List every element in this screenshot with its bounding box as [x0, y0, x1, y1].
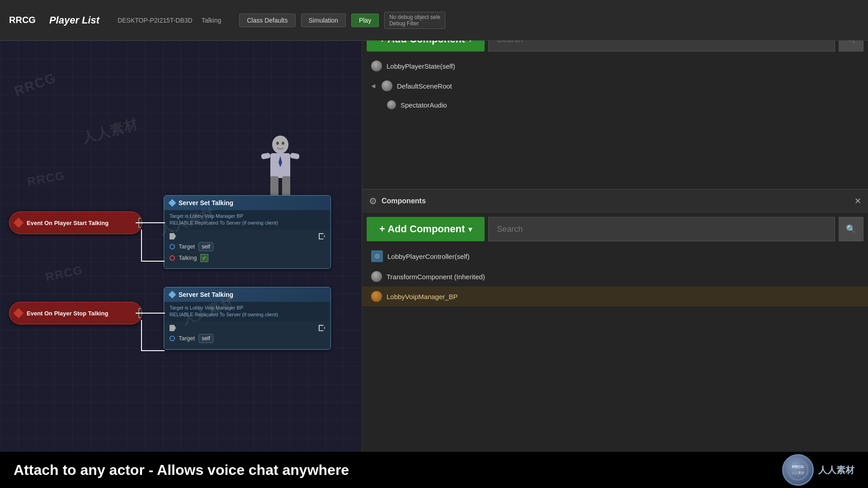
- debug-state: Talking: [202, 17, 222, 24]
- event-stop-label: Event On Player Stop Talking: [27, 310, 108, 317]
- component-tree-top: LobbyPlayerState(self) ◀ DefaultSceneRoo…: [362, 56, 868, 114]
- collapse-arrow-icon: ◀: [371, 83, 375, 89]
- comp-item-spectator-audio[interactable]: SpectatorAudio: [362, 96, 868, 114]
- comp-item-transform[interactable]: TransformComponent (Inherited): [362, 267, 868, 286]
- page-title: Player List: [49, 14, 99, 26]
- class-defaults-btn[interactable]: Class Defaults: [239, 14, 295, 27]
- exec-out-pin-2: [319, 325, 325, 331]
- target-pin-circle-2: [170, 336, 175, 341]
- wire-stop-vert: [141, 320, 142, 351]
- rrcg-text-label: 人人素材: [818, 464, 854, 476]
- bottom-bar: Attach to any actor - Allows voice chat …: [0, 452, 868, 488]
- wire-stop-2: [141, 350, 165, 351]
- toolbar-buttons: Class Defaults Simulation Play No debug …: [239, 12, 445, 29]
- chevron-down-icon-bottom: ▾: [468, 225, 472, 234]
- exec-pins-row-2: [170, 325, 325, 331]
- lobby-voip-icon: [371, 291, 382, 302]
- server-node-header-2: Server Set Talking: [164, 287, 330, 302]
- svg-text:RRCG: RRCG: [792, 465, 804, 469]
- debug-host: DESKTOP-P2I215T-DB3D: [118, 17, 192, 24]
- exec-in-pin: [170, 233, 176, 239]
- server-node-title-2: Server Set Talking: [179, 291, 233, 298]
- server-node-title: Server Set Talking: [179, 199, 233, 206]
- server-set-talking-stop-node[interactable]: Server Set Talking Target is Lobby Voip …: [164, 287, 331, 350]
- lobby-player-state-icon: [371, 61, 382, 71]
- caption-text: Attach to any actor - Allows voice chat …: [14, 462, 349, 479]
- play-btn[interactable]: Play: [351, 14, 379, 27]
- comp-item-lobby-player-controller[interactable]: ⚙ LobbyPlayerController(self): [362, 246, 868, 267]
- server-sub2-2: RELIABLE Replicated To Server (if owning…: [170, 311, 325, 318]
- right-panel-bottom: ⚙ Components ✕ + Add Component ▾ 🔍 ⚙ Lob…: [362, 189, 868, 452]
- wire-stop-1: [136, 313, 165, 314]
- server-node-pins: Target self Talking ✓: [164, 230, 330, 268]
- server-node-header: Server Set Talking: [164, 196, 330, 210]
- server-set-talking-start-node[interactable]: Server Set Talking Target is Lobby Voip …: [164, 195, 331, 269]
- event-diamond-icon: [14, 218, 24, 228]
- transform-icon: [371, 271, 382, 282]
- server-node-body-2: Target is Lobby Voip Manager BP RELIABLE…: [164, 302, 330, 321]
- exec-in-pin-2: [170, 325, 176, 331]
- default-scene-root-icon: [382, 80, 392, 91]
- components-header-bottom: ⚙ Components ✕: [362, 190, 868, 212]
- comp-item-lobby-player-state[interactable]: LobbyPlayerState(self): [362, 56, 868, 76]
- rrcg-badge-area: RRCG 人人素材 人人素材: [782, 454, 854, 486]
- server-sub1-2: Target is Lobby Voip Manager BP: [170, 305, 325, 311]
- rrcg-logo-badge: RRCG 人人素材: [782, 454, 814, 486]
- components-title-bottom: Components: [382, 197, 426, 205]
- close-components-btn[interactable]: ✕: [854, 196, 861, 206]
- event-start-label: Event On Player Start Talking: [27, 220, 108, 226]
- lobby-controller-icon: ⚙: [371, 250, 383, 262]
- spectator-audio-icon: [387, 100, 396, 109]
- event-stop-diamond-icon: [14, 308, 24, 319]
- target-pin-label: Target: [179, 243, 195, 250]
- blueprint-viewport[interactable]: RRCG 人人素材 RRCG 人人素材 RRCG 人人素材 Event On P…: [0, 41, 362, 452]
- server-sub1: Target is Lobby Voip Manager BP: [170, 213, 325, 220]
- svg-point-0: [272, 136, 288, 154]
- target-pin-value: self: [198, 242, 213, 251]
- target-pin-row: Target self: [170, 242, 325, 251]
- wire-start-vert: [141, 230, 142, 261]
- svg-point-8: [282, 142, 284, 145]
- rrcg-logo-svg: RRCG 人人素材: [787, 459, 809, 481]
- event-start-talking-node[interactable]: Event On Player Start Talking: [9, 211, 142, 234]
- server-node-pins-2: Target self: [164, 321, 330, 349]
- target-pin-label-2: Target: [179, 335, 195, 342]
- talking-pin-row: Talking ✓: [170, 254, 325, 262]
- target-pin-value-2: self: [198, 334, 213, 343]
- svg-rect-4: [282, 176, 290, 197]
- target-pin-circle: [170, 244, 175, 249]
- server-diamond-icon-2: [169, 291, 176, 299]
- server-diamond-icon: [169, 199, 176, 207]
- target-pin-row-2: Target self: [170, 334, 325, 343]
- character-svg: [258, 133, 303, 201]
- event-stop-talking-node[interactable]: Event On Player Stop Talking: [9, 302, 142, 324]
- search-input-bottom[interactable]: [488, 217, 835, 241]
- 3d-character: [253, 131, 307, 203]
- debug-filter: No debug object sele Debug Filter: [384, 12, 445, 29]
- talking-pin-circle: [170, 255, 175, 261]
- exec-out-pin: [319, 233, 325, 239]
- comp-item-lobby-voip[interactable]: LobbyVoipManager_BP: [362, 286, 868, 306]
- app-logo: RRCG: [9, 15, 36, 25]
- comp-item-default-scene-root[interactable]: ◀ DefaultSceneRoot: [362, 76, 868, 96]
- svg-rect-6: [290, 153, 300, 160]
- server-sub2: RELIABLE Replicated To Server (if owning…: [170, 220, 325, 226]
- svg-rect-3: [270, 176, 278, 197]
- talking-pin-label: Talking: [179, 254, 197, 261]
- talking-checkbox[interactable]: ✓: [200, 254, 208, 262]
- svg-point-7: [276, 142, 279, 145]
- wire-start-1: [136, 222, 165, 223]
- exec-pins-row: [170, 233, 325, 239]
- svg-text:人人素材: 人人素材: [791, 471, 805, 475]
- top-bar: RRCG Player List DESKTOP-P2I215T-DB3D Ta…: [0, 0, 868, 41]
- wire-start-2: [141, 261, 165, 262]
- simulation-btn[interactable]: Simulation: [301, 14, 346, 27]
- add-component-btn-bottom[interactable]: + Add Component ▾: [367, 217, 485, 241]
- component-tree-bottom: ⚙ LobbyPlayerController(self) TransformC…: [362, 246, 868, 306]
- server-node-body: Target is Lobby Voip Manager BP RELIABLE…: [164, 210, 330, 230]
- svg-point-9: [788, 460, 808, 480]
- svg-rect-5: [261, 153, 271, 160]
- add-search-row-bottom: + Add Component ▾ 🔍: [362, 212, 868, 246]
- search-btn-bottom[interactable]: 🔍: [839, 217, 863, 241]
- components-icon-bottom: ⚙: [369, 196, 377, 206]
